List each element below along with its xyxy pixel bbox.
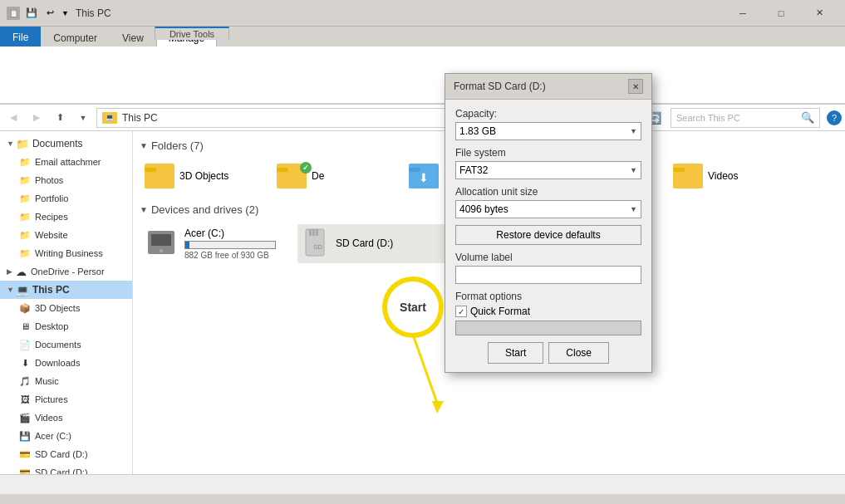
status-bar bbox=[0, 474, 845, 494]
sidebar-item-thispc[interactable]: ▼ 💻 This PC bbox=[0, 281, 132, 299]
svg-rect-16 bbox=[309, 229, 312, 236]
sidebar-item-acerc[interactable]: 💾 Acer (C:) bbox=[0, 427, 132, 445]
dialog-buttons: Start Close bbox=[455, 342, 641, 364]
maximize-button[interactable]: □ bbox=[762, 0, 800, 27]
svg-text:⬇: ⬇ bbox=[419, 171, 429, 184]
title-bar: 📋 💾 ↩ ▼ This PC ─ □ ✕ bbox=[0, 0, 845, 27]
window-title: This PC bbox=[76, 7, 724, 19]
undo-icon[interactable]: ↩ bbox=[43, 7, 56, 20]
ribbon bbox=[0, 46, 845, 105]
help-button[interactable]: ? bbox=[827, 110, 842, 125]
svg-rect-11 bbox=[673, 168, 685, 172]
tab-file[interactable]: File bbox=[0, 27, 41, 46]
format-dialog: Format SD Card (D:) ✕ Capacity: 1.83 GB … bbox=[445, 73, 652, 373]
start-callout: Start bbox=[384, 278, 442, 336]
volume-label-input[interactable] bbox=[455, 266, 641, 284]
format-options-label: Format options bbox=[455, 291, 641, 302]
drive-item-acerc[interactable]: Acer (C:) 882 GB free of 930 GB bbox=[140, 224, 289, 263]
arrow-svg bbox=[400, 335, 450, 418]
sidebar-item-sdcard2[interactable]: 💳 SD Card (D:) bbox=[0, 463, 132, 474]
allocation-dropdown-icon: ▼ bbox=[630, 205, 637, 213]
allocation-label: Allocation unit size bbox=[455, 186, 641, 198]
svg-rect-3 bbox=[277, 168, 288, 172]
restore-defaults-button[interactable]: Restore device defaults bbox=[455, 225, 641, 245]
folder-item-desktop[interactable]: De ✓ bbox=[272, 160, 400, 192]
dropdown-icon[interactable]: ▼ bbox=[61, 9, 69, 17]
capacity-dropdown-icon: ▼ bbox=[630, 127, 637, 135]
back-button[interactable]: ◀ bbox=[3, 108, 23, 128]
svg-rect-17 bbox=[312, 229, 315, 236]
drive-item-sdcard[interactable]: SD SD Card (D:) bbox=[297, 224, 447, 263]
folder-item-videos[interactable]: Videos bbox=[668, 160, 797, 192]
minimize-button[interactable]: ─ bbox=[724, 0, 762, 27]
up-button[interactable]: ⬆ bbox=[50, 108, 70, 128]
search-icon: 🔍 bbox=[801, 111, 814, 124]
drive-icon-acerc bbox=[145, 228, 178, 260]
sidebar-item-writing[interactable]: 📁 Writing Business bbox=[0, 244, 132, 262]
sidebar-item-videos[interactable]: 🎬 Videos bbox=[0, 409, 132, 427]
sidebar-item-desktop[interactable]: 🖥 Desktop bbox=[0, 317, 132, 335]
svg-line-20 bbox=[413, 335, 438, 405]
capacity-label: Capacity: bbox=[455, 108, 641, 120]
drive-tools-banner: Drive Tools bbox=[155, 27, 229, 40]
dialog-body: Capacity: 1.83 GB ▼ File system FAT32 ▼ … bbox=[445, 100, 651, 372]
quick-format-label: Quick Format bbox=[470, 306, 530, 317]
folder-item-3dobjects[interactable]: 3D Objects bbox=[140, 160, 268, 192]
file-system-dropdown-icon: ▼ bbox=[630, 166, 637, 174]
sidebar-item-website[interactable]: 📁 Website bbox=[0, 226, 132, 244]
sidebar-item-onedrive[interactable]: ▶ ☁ OneDrive - Persor bbox=[0, 262, 132, 281]
dialog-title-bar: Format SD Card (D:) ✕ bbox=[445, 74, 651, 100]
close-button[interactable]: Close bbox=[548, 342, 609, 364]
sidebar-item-3dobjects[interactable]: 📦 3D Objects bbox=[0, 299, 132, 317]
file-system-label: File system bbox=[455, 147, 641, 159]
volume-label: Volume label bbox=[455, 252, 641, 263]
save-icon[interactable]: 💾 bbox=[25, 7, 38, 20]
sidebar-item-sdcard1[interactable]: 💳 SD Card (D:) bbox=[0, 445, 132, 463]
svg-point-14 bbox=[160, 249, 163, 252]
nav-bar: ◀ ▶ ⬆ ▼ 💻 This PC 🔄 Search This PC 🔍 ? bbox=[0, 105, 845, 131]
dialog-close-x-button[interactable]: ✕ bbox=[628, 79, 643, 94]
recent-button[interactable]: ▼ bbox=[73, 108, 93, 128]
folder-icon-downloads: ⬇ bbox=[409, 164, 439, 188]
file-system-select[interactable]: FAT32 ▼ bbox=[455, 161, 641, 179]
allocation-select[interactable]: 4096 bytes ▼ bbox=[455, 200, 641, 218]
svg-text:SD: SD bbox=[313, 243, 322, 251]
start-button[interactable]: Start bbox=[488, 342, 543, 364]
sidebar-item-portfolio[interactable]: 📁 Portfolio bbox=[0, 189, 132, 208]
folder-icon-videos bbox=[673, 164, 703, 188]
folder-icon-3dobjects bbox=[145, 164, 174, 188]
address-icon: 💻 bbox=[102, 112, 117, 124]
tab-view[interactable]: View bbox=[110, 28, 156, 46]
close-button[interactable]: ✕ bbox=[800, 0, 838, 27]
sidebar-item-email[interactable]: 📁 Email attachmer bbox=[0, 153, 132, 171]
drive-icon-sdcard: SD bbox=[302, 228, 329, 260]
sidebar-item-downloads[interactable]: ⬇ Downloads bbox=[0, 354, 132, 372]
svg-rect-18 bbox=[316, 229, 318, 236]
svg-rect-13 bbox=[151, 234, 171, 246]
quick-format-row: ✓ Quick Format bbox=[455, 306, 641, 317]
svg-marker-21 bbox=[432, 401, 444, 413]
sidebar-item-documents2[interactable]: 📄 Documents bbox=[0, 335, 132, 354]
dialog-title: Format SD Card (D:) bbox=[454, 81, 628, 92]
search-bar[interactable]: Search This PC 🔍 bbox=[671, 108, 820, 128]
forward-button[interactable]: ▶ bbox=[27, 108, 47, 128]
quick-format-checkbox[interactable]: ✓ bbox=[455, 306, 467, 317]
capacity-select[interactable]: 1.83 GB ▼ bbox=[455, 122, 641, 140]
sidebar: ▼ 📁 Documents 📁 Email attachmer 📁 Photos… bbox=[0, 131, 133, 474]
sidebar-item-recipes[interactable]: 📁 Recipes bbox=[0, 208, 132, 226]
svg-rect-1 bbox=[145, 168, 156, 172]
sidebar-item-documents-header[interactable]: ▼ 📁 Documents bbox=[0, 135, 132, 153]
progress-bar bbox=[455, 321, 641, 335]
sidebar-item-photos[interactable]: 📁 Photos bbox=[0, 171, 132, 189]
start-callout-button[interactable]: Start bbox=[384, 278, 442, 336]
quick-access-icon: 📋 bbox=[7, 7, 20, 20]
tab-computer[interactable]: Computer bbox=[41, 28, 110, 46]
sidebar-item-pictures[interactable]: 🖼 Pictures bbox=[0, 390, 132, 409]
sidebar-item-music[interactable]: 🎵 Music bbox=[0, 372, 132, 390]
